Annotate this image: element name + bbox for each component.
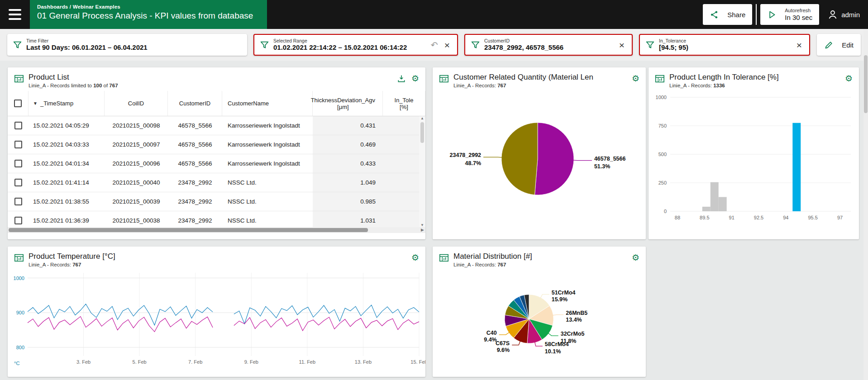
svg-text:0: 0 xyxy=(664,209,667,214)
user-icon xyxy=(827,9,838,20)
panel-subtitle: Linie_A - Records: 767 xyxy=(453,262,632,267)
page-title: 01 General Process Analysis - KPI values… xyxy=(37,11,260,21)
col-intolerance[interactable]: In_Tole [%] xyxy=(383,91,425,116)
customername-cell: NSSC Ltd. xyxy=(222,173,313,192)
material-pie-chart[interactable]: 51CrMo415.9%26MnB513.4%32CrMo511.8%58CrM… xyxy=(433,269,646,370)
customername-cell: Karrosseriewerk Ingolstadt xyxy=(222,154,313,173)
customer-id-chip[interactable]: CustomerID 23478_2992, 46578_5566 × xyxy=(464,34,633,56)
share-button[interactable]: Share xyxy=(703,4,752,25)
filter-value: Last 90 Days: 06.01.2021 – 06.04.2021 xyxy=(26,43,148,52)
scroll-down-icon[interactable]: ▼ xyxy=(420,223,424,227)
menu-icon[interactable] xyxy=(0,0,30,29)
row-checkbox[interactable] xyxy=(14,141,22,148)
gear-icon[interactable]: ⚙ xyxy=(845,74,853,84)
table-row[interactable]: 15.02.2021 01:38:5520210215_0003923478_2… xyxy=(8,192,425,211)
row-checkbox[interactable] xyxy=(14,217,22,224)
customername-cell: NSSC Ltd. xyxy=(222,211,313,227)
gear-icon[interactable]: ⚙ xyxy=(632,74,639,84)
filter-bar: Time Filter Last 90 Days: 06.01.2021 – 0… xyxy=(0,29,868,61)
svg-text:23478_299248.7%: 23478_299248.7% xyxy=(450,152,482,166)
panel-subtitle: Linie_A - Records limited to 100 of 767 xyxy=(29,83,397,88)
scrollbar-thumb[interactable] xyxy=(9,228,368,232)
gear-icon[interactable]: ⚙ xyxy=(632,253,639,263)
scrollbar-thumb[interactable] xyxy=(864,55,868,113)
svg-text:C409.4%: C409.4% xyxy=(484,330,497,343)
filter-label: Selected Range xyxy=(273,38,407,44)
customername-cell: Karrosseriewerk Ingolstadt xyxy=(222,135,313,154)
row-checkbox[interactable] xyxy=(14,198,22,205)
scroll-right-icon[interactable]: ▶ xyxy=(421,228,424,232)
table-vertical-scrollbar[interactable]: ▲ ▼ xyxy=(419,116,425,227)
close-icon[interactable]: × xyxy=(617,40,626,50)
col-thickness[interactable]: ThicknessDeviation_Agv [μm] xyxy=(313,91,383,116)
select-all-checkbox[interactable] xyxy=(14,100,22,107)
filter-icon xyxy=(645,40,655,50)
user-menu[interactable]: admin xyxy=(827,9,860,20)
gear-icon[interactable]: ⚙ xyxy=(411,253,419,263)
edit-label: Edit xyxy=(842,41,854,49)
customerid-cell: 23478_2992 xyxy=(168,192,222,211)
svg-text:7. Feb: 7. Feb xyxy=(188,359,202,365)
col-timestamp[interactable]: ▼_TimeStamp xyxy=(29,91,105,116)
svg-text:94: 94 xyxy=(783,215,788,220)
edit-button[interactable]: Edit xyxy=(817,34,861,56)
tolerance-histogram[interactable]: 025050075010008889.59192.59495.597 xyxy=(649,90,859,227)
svg-text:1000: 1000 xyxy=(656,95,667,100)
svg-text:92.5: 92.5 xyxy=(754,215,763,220)
download-icon[interactable] xyxy=(397,74,406,83)
svg-text:°C: °C xyxy=(14,361,19,366)
svg-text:500: 500 xyxy=(658,152,667,157)
timestamp-cell: 15.02.2021 01:36:39 xyxy=(29,211,105,227)
svg-text:13. Feb: 13. Feb xyxy=(355,359,372,365)
in-tolerance-chip[interactable]: In_Tolerance [94.5; 95) × xyxy=(639,34,810,56)
filter-icon xyxy=(260,40,269,50)
autorefresh-button[interactable]: Autorefresh In 30 sec xyxy=(760,4,819,25)
table-row[interactable]: 15.02.2021 01:36:3920210215_0003823478_2… xyxy=(8,211,425,227)
panel-subtitle: Linie_A - Records: 767 xyxy=(453,83,632,88)
undo-icon[interactable]: ↶ xyxy=(431,41,438,49)
timestamp-cell: 15.02.2021 04:03:33 xyxy=(29,135,105,154)
sort-desc-icon: ▼ xyxy=(33,101,38,106)
customerid-cell: 23478_2992 xyxy=(168,211,222,227)
selected-range-chip[interactable]: Selected Range 01.02.2021 22:14:22 – 15.… xyxy=(253,34,458,56)
thickness-cell: 1.049 xyxy=(313,173,383,192)
pencil-icon xyxy=(824,40,834,50)
play-icon xyxy=(767,10,777,19)
coilid-cell: 20210215_00096 xyxy=(105,154,168,173)
svg-text:11. Feb: 11. Feb xyxy=(299,359,316,365)
panel-title: Product Length In Tolerance [%] xyxy=(669,73,845,82)
svg-text:3. Feb: 3. Feb xyxy=(76,359,91,365)
row-checkbox[interactable] xyxy=(14,122,22,129)
thickness-cell: 0.985 xyxy=(313,192,383,211)
time-filter-chip[interactable]: Time Filter Last 90 Days: 06.01.2021 – 0… xyxy=(7,34,247,56)
col-customername[interactable]: CustomerName xyxy=(222,91,313,116)
table-chart-icon xyxy=(439,253,449,263)
page-scrollbar[interactable] xyxy=(863,29,868,380)
table-horizontal-scrollbar[interactable]: ▶ xyxy=(8,227,425,233)
top-right-controls: Share Autorefresh In 30 sec admin xyxy=(703,4,868,25)
table-row[interactable]: 15.02.2021 04:05:2920210215_0009846578_5… xyxy=(8,116,425,135)
timestamp-cell: 15.02.2021 04:01:34 xyxy=(29,154,105,173)
scroll-up-icon[interactable]: ▲ xyxy=(420,116,424,120)
customer-quantity-pie-chart[interactable]: 46578_556651.3%23478_299248.7% xyxy=(433,90,646,227)
close-icon[interactable]: × xyxy=(795,40,804,50)
timestamp-cell: 15.02.2021 04:05:29 xyxy=(29,116,105,135)
filter-label: Time Filter xyxy=(26,38,148,44)
row-checkbox[interactable] xyxy=(14,160,22,167)
col-customerid[interactable]: CustomerID xyxy=(168,91,222,116)
filter-value: [94.5; 95) xyxy=(659,43,688,52)
thickness-cell: 0.431 xyxy=(313,116,383,135)
coilid-cell: 20210215_00039 xyxy=(105,192,168,211)
table-row[interactable]: 15.02.2021 01:41:1420210215_0004023478_2… xyxy=(8,173,425,192)
material-distribution-panel: Material Distribution [#] Linie_A - Reco… xyxy=(433,247,646,377)
gear-icon[interactable]: ⚙ xyxy=(411,74,419,84)
table-chart-icon xyxy=(14,253,24,263)
col-coilid[interactable]: CoilID xyxy=(105,91,168,116)
thickness-cell: 0.433 xyxy=(313,154,383,173)
table-row[interactable]: 15.02.2021 04:03:3320210215_0009746578_5… xyxy=(8,135,425,154)
temperature-line-chart[interactable]: 3. Feb5. Feb7. Feb9. Feb11. Feb13. Feb15… xyxy=(8,269,425,368)
svg-text:26MnB513.4%: 26MnB513.4% xyxy=(566,310,587,323)
close-icon[interactable]: × xyxy=(443,40,452,50)
table-row[interactable]: 15.02.2021 04:01:3420210215_0009646578_5… xyxy=(8,154,425,173)
row-checkbox[interactable] xyxy=(14,179,22,186)
